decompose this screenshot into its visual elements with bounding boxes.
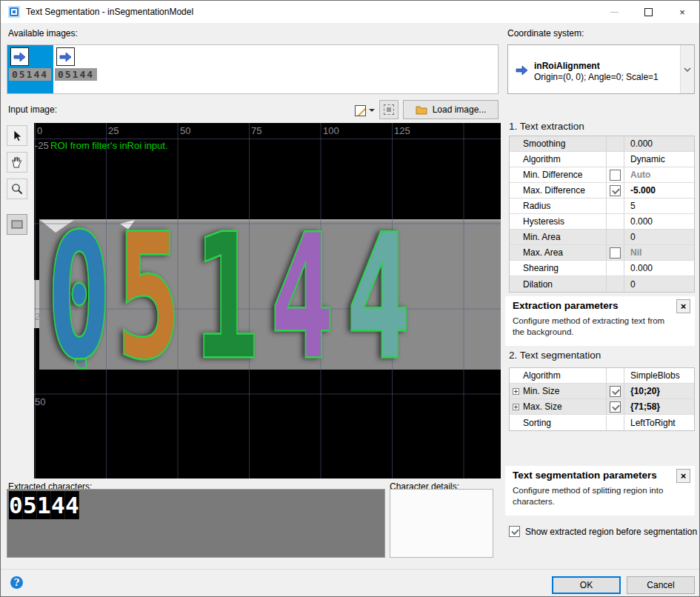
arrow-cursor-icon bbox=[10, 129, 24, 142]
param-row[interactable]: AlgorithmSimpleBlobs bbox=[510, 368, 694, 384]
character-tile[interactable]: 5 bbox=[23, 491, 37, 519]
character-tile[interactable]: 1 bbox=[37, 491, 51, 519]
param-value[interactable]: Dynamic bbox=[624, 152, 694, 167]
cancel-label: Cancel bbox=[647, 580, 674, 590]
image-thumbnail-2[interactable]: 05144 bbox=[53, 45, 99, 93]
select-tool-button[interactable] bbox=[7, 125, 27, 146]
param-row[interactable]: Min. Area0 bbox=[510, 230, 694, 245]
extraction-info-title: Extraction parameters bbox=[513, 300, 619, 311]
digit-blob: 4 bbox=[270, 198, 334, 396]
param-checkbox[interactable] bbox=[610, 247, 621, 259]
segmentation-info-desc: Configure method of splitting region int… bbox=[513, 485, 677, 507]
coordinate-system-dropdown[interactable]: inRoiAlignment Origin=(0, 0); Angle=0; S… bbox=[507, 44, 695, 94]
expand-icon[interactable] bbox=[513, 404, 519, 410]
input-arrow-icon bbox=[10, 47, 29, 66]
param-row[interactable]: Max. Difference-5.000 bbox=[510, 183, 694, 199]
param-label: Radius bbox=[523, 201, 550, 211]
param-row[interactable]: Hysteresis0.000 bbox=[510, 214, 694, 230]
param-value[interactable]: 0.000 bbox=[624, 136, 694, 151]
input-image-canvas[interactable]: 0 25 50 75 100 125 -25 25 50 ROI from fi… bbox=[34, 123, 501, 478]
magnifier-icon bbox=[10, 182, 24, 196]
param-label: Algorithm bbox=[523, 370, 561, 381]
thumbnail-image: 05144 bbox=[9, 68, 51, 81]
text-extraction-header: 1. Text extraction bbox=[509, 121, 584, 132]
digit-blob: 5 bbox=[117, 198, 181, 396]
zoom-tool-button[interactable] bbox=[7, 179, 27, 199]
param-checkbox[interactable] bbox=[610, 386, 621, 397]
app-icon bbox=[8, 6, 20, 18]
available-images-label: Available images: bbox=[8, 28, 78, 39]
coordinate-dropdown-button[interactable] bbox=[680, 45, 694, 93]
extraction-info-desc: Configure method of extracting text from… bbox=[513, 316, 677, 338]
param-row[interactable]: Shearing0.000 bbox=[510, 261, 694, 276]
show-region-option: Show extracted region before segmentatio… bbox=[509, 526, 697, 537]
ok-button[interactable]: OK bbox=[552, 576, 621, 594]
extraction-param-table: Smoothing0.000AlgorithmDynamicMin. Diffe… bbox=[509, 136, 695, 293]
roi-note: ROI from filter's inRoi input. bbox=[50, 140, 168, 151]
param-row[interactable]: Radius5 bbox=[510, 199, 694, 214]
param-row[interactable]: Max. AreaNil bbox=[510, 245, 694, 261]
param-label: Max. Difference bbox=[523, 185, 585, 196]
show-region-checkbox[interactable] bbox=[509, 526, 520, 537]
param-value[interactable]: 0.000 bbox=[624, 214, 694, 229]
segmentation-info-title: Text segmentation parameters bbox=[513, 470, 657, 481]
minimize-button[interactable] bbox=[597, 1, 631, 23]
param-row[interactable]: Min. DifferenceAuto bbox=[510, 167, 694, 183]
param-value[interactable]: 5 bbox=[624, 199, 694, 213]
character-tile[interactable]: 0 bbox=[9, 491, 23, 519]
param-checkbox[interactable] bbox=[610, 170, 621, 181]
load-image-button[interactable]: Load image... bbox=[403, 100, 499, 119]
close-icon: × bbox=[681, 470, 687, 481]
pan-tool-button[interactable] bbox=[7, 152, 27, 173]
image-thumbnail-1[interactable]: 05144 bbox=[7, 45, 53, 93]
region-tool-button[interactable] bbox=[7, 214, 27, 235]
segmentation-param-table: AlgorithmSimpleBlobsMin. Size{10;20}Max.… bbox=[509, 367, 695, 431]
param-label: Dilation bbox=[523, 279, 553, 290]
maximize-button[interactable] bbox=[631, 1, 665, 23]
param-label: Sorting bbox=[523, 418, 551, 428]
param-value[interactable]: -5.000 bbox=[624, 183, 694, 198]
character-tile[interactable]: 4 bbox=[51, 491, 65, 519]
param-row[interactable]: Dilation0 bbox=[510, 276, 694, 292]
svg-text:25: 25 bbox=[108, 125, 119, 136]
svg-text:125: 125 bbox=[394, 125, 410, 136]
param-value[interactable]: 0 bbox=[624, 230, 694, 244]
footer-separator bbox=[1, 569, 699, 570]
param-value[interactable]: 0.000 bbox=[624, 261, 694, 276]
param-checkbox[interactable] bbox=[610, 401, 621, 413]
cancel-button[interactable]: Cancel bbox=[627, 576, 695, 594]
selection-mode-button[interactable] bbox=[355, 102, 375, 119]
segmentation-info-close-button[interactable]: × bbox=[676, 469, 690, 483]
close-button[interactable]: × bbox=[665, 1, 699, 23]
input-arrow-icon bbox=[56, 47, 75, 66]
param-row[interactable]: Min. Size{10;20} bbox=[510, 384, 694, 399]
param-value[interactable]: {10;20} bbox=[624, 384, 694, 398]
param-value[interactable]: Auto bbox=[624, 167, 694, 182]
help-icon[interactable]: ? bbox=[10, 576, 23, 589]
param-checkbox[interactable] bbox=[610, 185, 621, 196]
svg-text:0: 0 bbox=[37, 125, 42, 136]
expand-icon[interactable] bbox=[513, 388, 519, 395]
title-bar: Text Segmentation - inSegmentationModel … bbox=[1, 1, 699, 23]
param-value[interactable]: 0 bbox=[624, 276, 694, 292]
param-row[interactable]: AlgorithmDynamic bbox=[510, 152, 694, 167]
param-row[interactable]: Smoothing0.000 bbox=[510, 136, 694, 152]
svg-text:75: 75 bbox=[251, 125, 261, 136]
extraction-info-close-button[interactable]: × bbox=[676, 299, 690, 313]
param-value[interactable]: {71;58} bbox=[624, 399, 694, 414]
chevron-down-icon bbox=[684, 67, 691, 72]
fit-to-window-button[interactable] bbox=[379, 100, 399, 119]
character-tile[interactable]: 4 bbox=[65, 491, 79, 519]
param-row[interactable]: Max. Size{71;58} bbox=[510, 399, 694, 415]
param-row[interactable]: SortingLeftToRight bbox=[510, 415, 694, 430]
text-segmentation-header: 2. Text segmentation bbox=[509, 350, 601, 361]
param-value[interactable]: LeftToRight bbox=[624, 415, 694, 430]
folder-icon bbox=[416, 105, 427, 115]
param-value[interactable]: Nil bbox=[624, 245, 694, 260]
fit-to-window-icon bbox=[384, 104, 394, 115]
param-value[interactable]: SimpleBlobs bbox=[624, 368, 694, 383]
param-label: Algorithm bbox=[523, 154, 561, 164]
svg-text:-25: -25 bbox=[35, 140, 49, 151]
param-label: Shearing bbox=[523, 263, 559, 273]
param-label: Min. Area bbox=[523, 232, 561, 242]
